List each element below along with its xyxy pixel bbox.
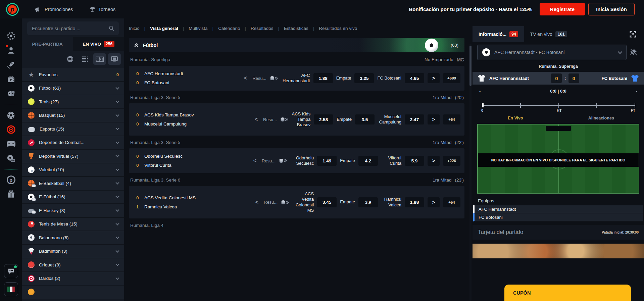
nav-resultados-en-vivo[interactable]: Resultados en vivo [319, 26, 357, 31]
subtab-alineaciones[interactable]: Alineaciones [558, 116, 644, 120]
match-selector-dropdown[interactable]: AFC Hermannstadt - FC Botosani [477, 45, 627, 60]
list-view-button[interactable] [79, 53, 91, 65]
odds-button-draw[interactable]: 4.2 [358, 156, 378, 166]
pitch-view-button[interactable] [93, 53, 106, 65]
subtab-en-vivo[interactable]: En Vivo [473, 116, 558, 120]
fullscreen-icon[interactable] [627, 30, 639, 38]
sidebar-item-badminton[interactable]: Bádminton (3) [22, 245, 124, 259]
nav-inicio[interactable]: Inicio [129, 26, 140, 31]
nav-vista-general[interactable]: Vista general [150, 26, 178, 31]
sidebar-item-balonmano[interactable]: Balonmano (6) [22, 231, 124, 245]
main-scrollbar-thumb[interactable] [469, 46, 472, 86]
esports-section-icon[interactable] [6, 139, 16, 149]
sidebar-item-combate[interactable]: Deportes de Combat... [22, 136, 124, 150]
language-selector-button[interactable] [4, 282, 18, 296]
unpin-icon[interactable] [627, 48, 640, 57]
team-row-away[interactable]: FC Botosani [473, 213, 643, 221]
nav-multivista[interactable]: Multivista [189, 26, 207, 31]
collapse-chevrons-icon[interactable] [134, 43, 139, 48]
sidebar-item-dardos[interactable]: Dardos (2) [22, 272, 124, 286]
promo-banner-image[interactable] [473, 244, 644, 258]
next-market-button[interactable]: > [428, 156, 440, 166]
nav-estadisticas[interactable]: Estadísticas [284, 26, 308, 31]
sport-header-banner[interactable]: Fútbol (63) [129, 38, 464, 52]
more-markets-button[interactable]: +226 [443, 156, 460, 166]
panel-tabs: Informació... 94 TV en vivo 161 [473, 26, 644, 42]
prev-market-chevron[interactable]: < [242, 75, 249, 81]
tournaments-link[interactable]: Torneos [89, 6, 116, 12]
sidebar-item-e-futbol[interactable]: E-Fútbol (16) [22, 191, 124, 204]
register-button[interactable]: Registrate [540, 3, 585, 15]
tab-tv-en-vivo[interactable]: TV en vivo 161 [524, 26, 573, 42]
gift-bonus-icon[interactable] [6, 190, 16, 199]
search-icon[interactable] [108, 25, 115, 32]
login-button[interactable]: Inicia Sesión [588, 3, 635, 15]
tab-live[interactable]: EN VIVO 256 [73, 37, 125, 51]
odds-button-away[interactable]: 4.65 [405, 73, 424, 83]
sidebar-item-virtual[interactable]: Deporte Virtual (57) [22, 150, 124, 163]
live-dealer-icon[interactable] [6, 46, 16, 55]
support-chat-button[interactable] [4, 264, 18, 278]
market-category[interactable]: Resu... [252, 76, 266, 81]
match-teams[interactable]: 0ACS Kids Tampa Brasov 0Muscelul Campulu… [129, 112, 216, 127]
odds-button-home[interactable]: 3.45 [317, 197, 337, 207]
aviator-rocket-icon[interactable] [6, 60, 16, 69]
odds-button-away[interactable]: 2.47 [405, 114, 424, 124]
casino-icon[interactable] [6, 31, 16, 41]
match-teams[interactable]: 0Odorheiu Secuiesc 0Viitorul Curita [129, 154, 216, 168]
tv-games-icon[interactable] [6, 74, 16, 84]
sidebar-item-tenis-de-mesa[interactable]: Tenis de Mesa (15) [22, 218, 124, 232]
market-category[interactable]: Resu... [263, 117, 277, 122]
poker-cards-icon[interactable] [6, 89, 16, 98]
tab-informacion[interactable]: Informació... 94 [473, 26, 524, 42]
prev-market-chevron[interactable]: < [253, 116, 260, 122]
sidebar-item-partial[interactable] [22, 286, 124, 299]
odds-button-draw[interactable]: 3.5 [355, 114, 375, 124]
sidebar-item-basquet[interactable]: Basquet (15) [22, 109, 124, 123]
promotions-link[interactable]: Promociones [35, 6, 73, 12]
sidebar-item-favorites[interactable]: ★ Favoritos 0 [22, 68, 124, 82]
market-category[interactable]: Resu... [262, 158, 276, 163]
period-scores-row: - 0:0 | 0:0 - [473, 85, 644, 94]
sidebar-item-e-basketball[interactable]: E-Basketball (4) [22, 177, 124, 191]
coupon-button[interactable]: CUPÓN [504, 285, 631, 301]
more-markets-button[interactable]: +54 [443, 197, 460, 207]
search-input[interactable] [31, 26, 108, 32]
odds-button-home[interactable]: 1.88 [313, 73, 333, 83]
virtual-sports-icon[interactable] [6, 154, 16, 163]
sidebar-item-criquet[interactable]: Críquet (8) [22, 258, 124, 272]
odds-button-away[interactable]: 1.88 [405, 197, 424, 207]
odds-button-draw[interactable]: 3.25 [354, 73, 374, 83]
nav-calendario[interactable]: Calendario [218, 26, 240, 31]
sports-icon[interactable] [6, 110, 16, 120]
tab-prematch[interactable]: PRE-PARTIDA [22, 37, 73, 51]
rail-divider [4, 105, 18, 105]
odds-button-draw[interactable]: 3.9 [358, 197, 378, 207]
brand-logo[interactable]: p [6, 3, 19, 16]
sidebar-item-esports[interactable]: Esports (15) [22, 122, 124, 136]
region-view-button[interactable] [64, 53, 77, 65]
multiview-button[interactable] [108, 53, 121, 65]
pinup-brand-icon[interactable]: p [6, 175, 16, 185]
sidebar-item-voleibol[interactable]: Voleibol (10) [22, 163, 124, 177]
chevron-down-icon [115, 262, 119, 266]
odds-button-home[interactable]: 2.58 [314, 114, 333, 124]
odds-button-home[interactable]: 1.49 [317, 156, 337, 166]
more-markets-button[interactable]: +699 [443, 73, 460, 83]
prev-market-chevron[interactable]: < [253, 199, 260, 205]
next-market-button[interactable]: > [428, 114, 440, 124]
prev-market-chevron[interactable]: < [251, 158, 258, 164]
nav-resultados[interactable]: Resultados [251, 26, 274, 31]
team-row-home[interactable]: AFC Hermannstadt [473, 205, 643, 213]
sidebar-item-e-hockey[interactable]: E-Hockey (3) [22, 204, 124, 218]
sidebar-item-futbol[interactable]: Fútbol (63) [22, 82, 124, 96]
next-market-button[interactable]: > [428, 197, 440, 207]
next-market-button[interactable]: > [428, 73, 440, 83]
match-teams[interactable]: 0ACS Vedita Colonesti MS 1Ramnicu Valcea [129, 195, 216, 209]
sidebar-item-tenis[interactable]: Tenis (27) [22, 95, 124, 109]
live-betting-icon[interactable] [6, 125, 16, 134]
more-markets-button[interactable]: +54 [443, 114, 460, 124]
match-teams[interactable]: 0AFC Hermannstadt 0FC Botosani [129, 71, 216, 85]
odds-button-away[interactable]: 5.9 [405, 156, 424, 166]
market-category[interactable]: Resu... [264, 200, 278, 205]
